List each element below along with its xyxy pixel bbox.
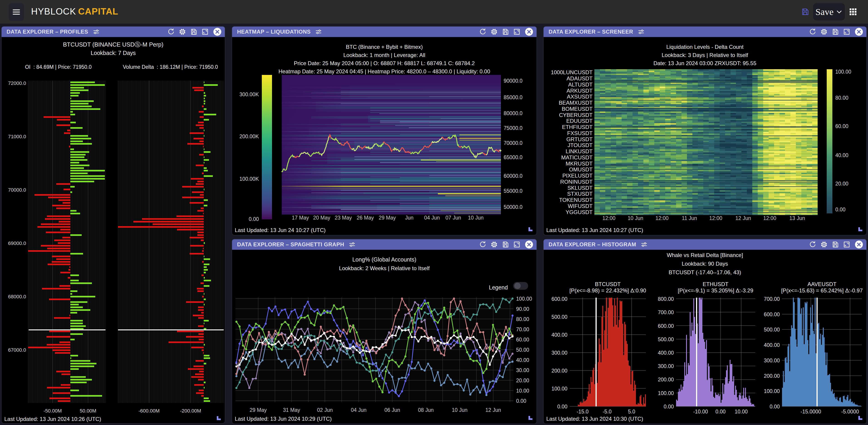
svg-text:400.00: 400.00 bbox=[764, 342, 780, 348]
svg-text:23 May: 23 May bbox=[335, 215, 352, 221]
svg-text:Heatmap Date: 25 May 2024 04:4: Heatmap Date: 25 May 2024 04:45 | Heatma… bbox=[278, 68, 490, 75]
svg-text:100.00K: 100.00K bbox=[239, 176, 259, 182]
svg-text:60.00: 60.00 bbox=[835, 123, 848, 129]
svg-text:ALTUSDT: ALTUSDT bbox=[568, 82, 593, 88]
svg-text:12:00: 12:00 bbox=[709, 215, 722, 221]
svg-text:70000.0: 70000.0 bbox=[8, 187, 26, 193]
svg-text:RONINUSDT: RONINUSDT bbox=[560, 179, 593, 185]
svg-text:Lookback: 7 Days: Lookback: 7 Days bbox=[91, 50, 136, 56]
svg-text:5.0: 5.0 bbox=[628, 409, 635, 415]
svg-text:12 Jun: 12 Jun bbox=[485, 407, 501, 413]
svg-text:OI : 84.69M | Price: 71950.0: OI : 84.69M | Price: 71950.0 bbox=[25, 64, 92, 70]
svg-text:ADAUSDT: ADAUSDT bbox=[566, 75, 593, 82]
svg-text:70000.0: 70000.0 bbox=[504, 140, 523, 146]
svg-text:600.00: 600.00 bbox=[658, 323, 674, 329]
svg-text:12 Jun: 12 Jun bbox=[735, 215, 751, 221]
svg-text:BTCUSDT (-17.40--17.06, 43): BTCUSDT (-17.40--17.06, 43) bbox=[669, 269, 741, 275]
svg-text:SKLUSDT: SKLUSDT bbox=[567, 185, 593, 191]
svg-text:700.00: 700.00 bbox=[764, 296, 780, 302]
svg-text:600.00: 600.00 bbox=[552, 296, 567, 302]
svg-text:[P(x<=-15.63) = 65.242%] Δ:-0.: [P(x<=-15.63) = 65.242%] Δ:-0.97 bbox=[781, 287, 863, 293]
svg-text:200.00K: 200.00K bbox=[239, 134, 259, 139]
svg-text:10 Jun: 10 Jun bbox=[468, 215, 484, 221]
svg-text:AXSUSDT: AXSUSDT bbox=[567, 93, 593, 100]
svg-text:BTCUSDT: BTCUSDT bbox=[595, 281, 621, 287]
svg-text:200.00: 200.00 bbox=[764, 373, 780, 379]
svg-text:ARKUSDT: ARKUSDT bbox=[566, 88, 593, 94]
svg-text:AAVEUSDT: AAVEUSDT bbox=[807, 281, 836, 287]
svg-text:100.00: 100.00 bbox=[835, 69, 851, 75]
svg-text:50.00: 50.00 bbox=[516, 347, 529, 353]
svg-text:30.00: 30.00 bbox=[516, 367, 529, 373]
svg-text:BEAMXUSDT: BEAMXUSDT bbox=[559, 100, 593, 106]
svg-text:10.00: 10.00 bbox=[516, 388, 529, 394]
svg-text:85000.0: 85000.0 bbox=[504, 94, 523, 101]
svg-text:MKRUSDT: MKRUSDT bbox=[566, 161, 593, 167]
svg-text:0.00: 0.00 bbox=[249, 216, 259, 222]
svg-text:-200.00M: -200.00M bbox=[180, 408, 201, 414]
svg-text:Price Date: 25 May 2024 05:00: Price Date: 25 May 2024 05:00 | O: 68807… bbox=[294, 60, 475, 66]
svg-text:BTC (Binance + Bybit + Bitmex): BTC (Binance + Bybit + Bitmex) bbox=[346, 44, 423, 50]
svg-text:ETHFIUSDT: ETHFIUSDT bbox=[562, 124, 593, 130]
svg-text:LINKUSDT: LINKUSDT bbox=[566, 148, 593, 154]
svg-text:12:00: 12:00 bbox=[655, 215, 669, 221]
svg-text:Last Updated: 13 Jun 2024 10:2: Last Updated: 13 Jun 2024 10:27 (UTC) bbox=[546, 227, 643, 233]
svg-text:FXSUSDT: FXSUSDT bbox=[567, 130, 593, 136]
svg-text:55000.0: 55000.0 bbox=[504, 188, 523, 194]
svg-text:80000.0: 80000.0 bbox=[504, 110, 523, 116]
svg-text:Last Updated: 13 Jun 2024 10:2: Last Updated: 13 Jun 2024 10:29 (UTC) bbox=[235, 416, 332, 422]
svg-text:0.00: 0.00 bbox=[557, 404, 567, 409]
svg-text:90000.0: 90000.0 bbox=[504, 78, 523, 84]
svg-text:65000.0: 65000.0 bbox=[504, 154, 523, 160]
svg-text:80.00: 80.00 bbox=[516, 316, 529, 322]
svg-text:-600.00M: -600.00M bbox=[138, 408, 160, 414]
svg-text:Volume Delta : 186.12M | Pric: Volume Delta : 186.12M | Price: 71950.0 bbox=[123, 64, 218, 70]
svg-text:GRTUSDT: GRTUSDT bbox=[566, 136, 593, 142]
svg-text:CYBERUSDT: CYBERUSDT bbox=[559, 112, 593, 118]
svg-text:100.00: 100.00 bbox=[552, 386, 567, 392]
svg-text:68000.0: 68000.0 bbox=[8, 294, 26, 300]
svg-text:100.00: 100.00 bbox=[658, 390, 674, 396]
svg-text:-10.00: -10.00 bbox=[693, 409, 708, 415]
svg-text:08 Jun: 08 Jun bbox=[418, 407, 434, 413]
svg-text:Lookback: 90 Days: Lookback: 90 Days bbox=[682, 261, 728, 267]
svg-text:100.00: 100.00 bbox=[516, 296, 532, 302]
svg-text:04 Jun: 04 Jun bbox=[351, 407, 366, 413]
svg-text:400.00: 400.00 bbox=[552, 332, 567, 338]
svg-text:0.00: 0.00 bbox=[716, 409, 726, 415]
svg-text:300.00: 300.00 bbox=[658, 363, 674, 369]
svg-text:50000.0: 50000.0 bbox=[504, 204, 523, 210]
svg-text:300.00K: 300.00K bbox=[239, 91, 259, 97]
svg-text:BOMEUSDT: BOMEUSDT bbox=[562, 106, 593, 112]
svg-text:20 May: 20 May bbox=[313, 215, 330, 221]
svg-text:Whale vs Retail Delta [Binance: Whale vs Retail Delta [Binance] bbox=[667, 252, 743, 258]
svg-text:300.00: 300.00 bbox=[764, 358, 780, 364]
svg-text:80.00: 80.00 bbox=[835, 95, 848, 101]
svg-text:0.00: 0.00 bbox=[663, 404, 674, 409]
svg-text:300.00: 300.00 bbox=[552, 350, 567, 356]
svg-text:ETHUSDT: ETHUSDT bbox=[703, 281, 728, 287]
svg-text:600.00: 600.00 bbox=[764, 311, 780, 317]
svg-text:BTCUSDT (BINANCE USDⓈ-M Perp): BTCUSDT (BINANCE USDⓈ-M Perp) bbox=[63, 41, 163, 48]
svg-text:500.00: 500.00 bbox=[552, 314, 567, 320]
svg-text:700.00: 700.00 bbox=[658, 309, 674, 315]
svg-text:Last Updated: 13 Jun 2024 10:3: Last Updated: 13 Jun 2024 10:30 (UTC) bbox=[546, 416, 643, 422]
svg-text:STXUSDT: STXUSDT bbox=[567, 191, 593, 197]
svg-text:200.00: 200.00 bbox=[658, 377, 674, 382]
svg-text:500.00: 500.00 bbox=[764, 327, 780, 333]
svg-text:13 Jun: 13 Jun bbox=[789, 215, 805, 221]
svg-text:70.00: 70.00 bbox=[516, 327, 529, 332]
svg-text:500.00: 500.00 bbox=[658, 337, 674, 342]
svg-text:YGGUSDT: YGGUSDT bbox=[566, 209, 593, 215]
svg-text:OMUSDT: OMUSDT bbox=[569, 166, 593, 173]
svg-text:10.00: 10.00 bbox=[735, 409, 748, 415]
svg-text:40.00: 40.00 bbox=[835, 152, 848, 158]
svg-text:12:00: 12:00 bbox=[602, 215, 616, 221]
svg-text:71000.0: 71000.0 bbox=[8, 134, 26, 139]
svg-text:0.00: 0.00 bbox=[835, 206, 845, 213]
svg-text:04 Jun: 04 Jun bbox=[424, 215, 440, 221]
svg-text:-15.0000: -15.0000 bbox=[801, 409, 821, 415]
svg-text:06 Jun: 06 Jun bbox=[384, 407, 400, 413]
svg-text:[P(x<=-9.1) = 35.205%] Δ:-3.29: [P(x<=-9.1) = 35.205%] Δ:-3.29 bbox=[678, 287, 753, 293]
svg-text:MATICUSDT: MATICUSDT bbox=[561, 154, 593, 161]
